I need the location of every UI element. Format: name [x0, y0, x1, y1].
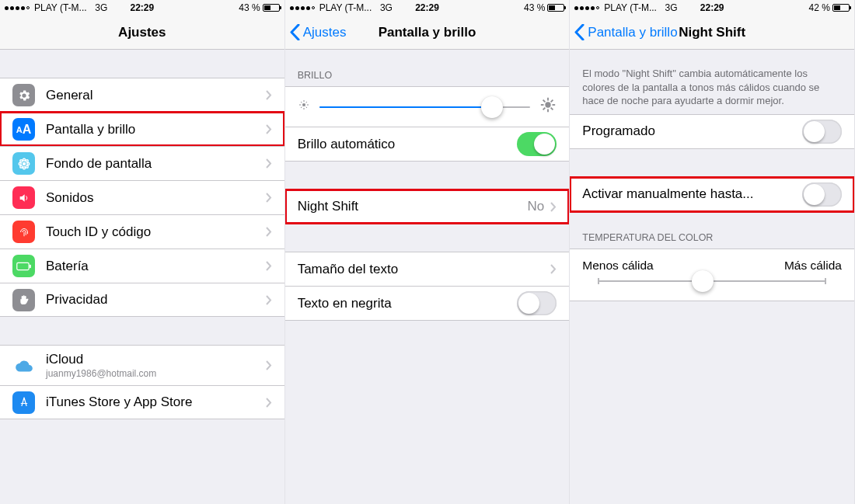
page-title: Ajustes: [118, 25, 166, 40]
svg-point-5: [19, 159, 22, 162]
speaker-icon: [12, 186, 35, 209]
row-privacy[interactable]: Privacidad: [0, 283, 284, 317]
svg-point-2: [23, 166, 25, 169]
bold-text-toggle[interactable]: [517, 291, 557, 315]
back-button[interactable]: Ajustes: [290, 16, 347, 49]
back-button[interactable]: Pantalla y brillo: [574, 16, 677, 49]
nav-bar: Ajustes Pantalla y brillo: [285, 16, 570, 50]
row-label: Fondo de pantalla: [46, 156, 266, 172]
svg-point-3: [19, 162, 21, 165]
text-size-icon: AA: [12, 118, 35, 141]
appstore-icon: [12, 391, 35, 414]
row-display-brightness[interactable]: AA Pantalla y brillo: [0, 112, 284, 146]
row-itunes[interactable]: iTunes Store y App Store: [0, 385, 284, 419]
svg-point-0: [22, 162, 26, 165]
manual-enable-toggle[interactable]: [802, 182, 842, 207]
page-title: Night Shift: [679, 25, 745, 40]
temperature-thumb[interactable]: [692, 270, 714, 292]
less-warm-label: Menos cálida: [582, 259, 653, 273]
clock-label: 22:29: [415, 2, 439, 13]
carrier-label: PLAY (T-M...: [34, 2, 87, 13]
row-icloud[interactable]: iCloud juanmy1986@hotmail.com: [0, 345, 284, 385]
svg-line-27: [551, 108, 553, 110]
slider-thumb[interactable]: [481, 96, 503, 118]
svg-line-18: [305, 107, 306, 108]
chevron-right-icon: [266, 193, 272, 203]
svg-point-21: [546, 102, 551, 107]
signal-dots-icon: [574, 6, 599, 10]
row-label: Activar manualmente hasta...: [582, 186, 802, 202]
clock-label: 22:29: [700, 2, 724, 13]
brightness-slider[interactable]: [285, 86, 570, 127]
signal-dots-icon: [290, 6, 315, 10]
row-auto-brightness[interactable]: Brillo automático: [285, 127, 570, 162]
row-general[interactable]: General: [0, 78, 284, 112]
more-warm-label: Más cálida: [784, 259, 842, 273]
row-label: General: [46, 88, 266, 103]
svg-line-19: [301, 107, 302, 108]
slider-fill: [319, 106, 493, 108]
row-night-shift[interactable]: Night Shift No: [285, 189, 570, 224]
row-label: Sonidos: [46, 190, 266, 206]
svg-point-8: [26, 165, 28, 168]
row-manual-enable[interactable]: Activar manualmente hasta...: [570, 177, 854, 212]
svg-line-29: [551, 100, 553, 103]
row-scheduled[interactable]: Programado: [570, 114, 854, 149]
svg-point-4: [26, 162, 29, 165]
row-text-size[interactable]: Tamaño del texto: [285, 252, 570, 286]
row-sounds[interactable]: Sonidos: [0, 180, 284, 214]
page-title: Pantalla y brillo: [379, 25, 476, 40]
chevron-right-icon: [266, 158, 272, 169]
chevron-right-icon: [266, 261, 272, 271]
row-bold-text[interactable]: Texto en negrita: [285, 286, 570, 321]
row-label: Pantalla y brillo: [46, 122, 266, 137]
svg-point-7: [19, 165, 22, 168]
chevron-right-icon: [266, 360, 272, 370]
screen-settings: PLAY (T-M... 3G 22:29 43 % Ajustes Gener…: [0, 0, 285, 504]
svg-point-6: [26, 159, 28, 162]
carrier-label: PLAY (T-M...: [604, 2, 657, 13]
network-label: 3G: [665, 2, 678, 13]
row-label: Privacidad: [46, 292, 266, 308]
chevron-right-icon: [550, 264, 557, 274]
network-label: 3G: [95, 2, 107, 13]
back-label: Ajustes: [303, 25, 347, 40]
nav-bar: Ajustes: [0, 16, 284, 50]
row-wallpaper[interactable]: Fondo de pantalla: [0, 146, 284, 180]
cloud-icon: [12, 354, 35, 377]
svg-rect-9: [16, 262, 28, 269]
svg-point-1: [23, 158, 25, 161]
clock-label: 22:29: [130, 2, 154, 13]
battery-icon: [12, 255, 35, 277]
gear-icon: [12, 84, 35, 106]
hand-icon: [12, 289, 35, 311]
row-sublabel: juanmy1986@hotmail.com: [46, 368, 156, 379]
night-shift-description: El modo "Night Shift" cambia automáticam…: [570, 50, 854, 114]
status-bar: PLAY (T-M... 3G 22:29 43 %: [285, 0, 570, 16]
screen-display-brightness: PLAY (T-M... 3G 22:29 43 % Ajustes Panta…: [285, 0, 571, 504]
row-touchid[interactable]: Touch ID y código: [0, 214, 284, 249]
battery-pct-label: 43 %: [239, 2, 260, 13]
row-label: Brillo automático: [298, 137, 518, 152]
section-header-temperature: TEMPERATURA DEL COLOR: [570, 212, 854, 249]
auto-brightness-toggle[interactable]: [517, 132, 557, 156]
status-bar: PLAY (T-M... 3G 22:29 42 %: [570, 0, 854, 16]
battery-pct-label: 42 %: [809, 2, 830, 13]
svg-line-20: [305, 102, 306, 103]
chevron-right-icon: [266, 124, 272, 134]
row-label: iTunes Store y App Store: [46, 395, 266, 410]
battery-icon: [263, 4, 280, 12]
svg-line-28: [543, 108, 546, 110]
chevron-right-icon: [266, 295, 272, 305]
scheduled-toggle[interactable]: [802, 120, 842, 144]
row-battery[interactable]: Batería: [0, 249, 284, 283]
row-label: iCloud: [46, 352, 156, 367]
battery-icon: [547, 4, 564, 12]
row-value: No: [528, 199, 545, 214]
color-temperature-slider[interactable]: Menos cálida Más cálida: [570, 249, 854, 301]
chevron-right-icon: [266, 90, 272, 100]
chevron-right-icon: [266, 227, 272, 237]
sun-large-icon: [539, 96, 557, 117]
row-label: Programado: [582, 123, 802, 139]
status-bar: PLAY (T-M... 3G 22:29 43 %: [0, 0, 284, 16]
